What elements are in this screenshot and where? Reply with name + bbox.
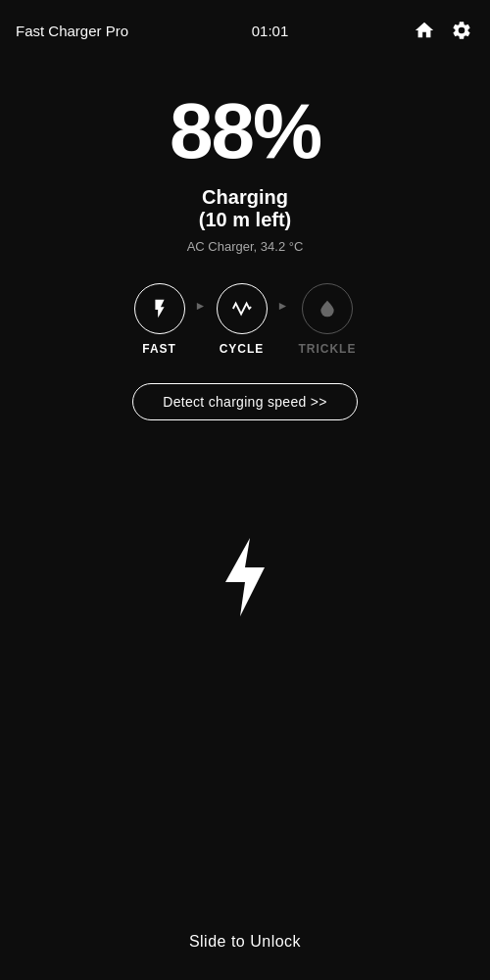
lightning-large-icon <box>216 538 274 616</box>
mode-fast-label: FAST <box>142 342 176 356</box>
lightning-area <box>216 538 274 616</box>
status-time: 01:01 <box>252 23 289 39</box>
app-title: Fast Charger Pro <box>16 23 128 39</box>
mode-cycle-circle <box>217 283 268 334</box>
mode-trickle-label: TRICKLE <box>298 342 356 356</box>
battery-percent: 88% <box>170 92 320 171</box>
mode-cycle[interactable]: CYCLE <box>217 283 268 356</box>
mode-cycle-label: CYCLE <box>220 342 265 356</box>
header: Fast Charger Pro 01:01 <box>0 0 490 53</box>
charging-status: Charging (10 m left) <box>199 186 291 231</box>
arrow-divider-2: ► <box>277 299 289 313</box>
home-button[interactable] <box>412 18 437 43</box>
settings-button[interactable] <box>449 18 474 43</box>
mode-trickle-circle <box>302 283 353 334</box>
slide-to-unlock[interactable]: Slide to Unlock <box>0 933 490 951</box>
wave-icon <box>231 298 253 319</box>
arrow-divider-1: ► <box>195 299 207 313</box>
mode-fast-circle <box>134 283 185 334</box>
detect-speed-button[interactable]: Detect charging speed >> <box>132 383 358 420</box>
charger-info: AC Charger, 34.2 °C <box>187 239 304 254</box>
home-icon <box>414 20 435 41</box>
header-icons <box>412 18 474 43</box>
mode-fast[interactable]: FAST <box>134 283 185 356</box>
drop-icon <box>318 298 337 319</box>
main-content: 88% Charging (10 m left) AC Charger, 34.… <box>0 53 490 616</box>
gear-icon <box>451 20 472 41</box>
mode-trickle[interactable]: TRICKLE <box>298 283 356 356</box>
charging-modes: FAST ► CYCLE ► TRICKLE <box>134 283 357 356</box>
bolt-icon <box>149 298 171 319</box>
svg-marker-0 <box>225 538 265 616</box>
